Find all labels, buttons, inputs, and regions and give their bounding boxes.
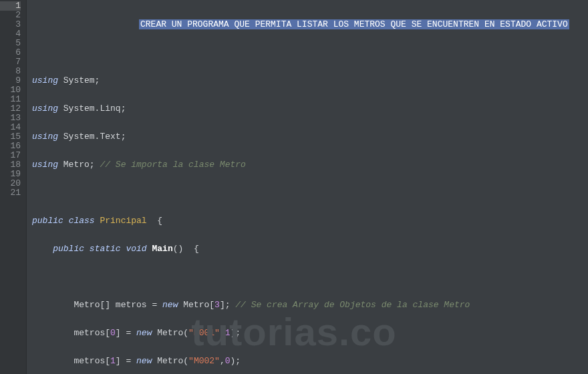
code-line: CREAR UN PROGRAMA QUE PERMITA LISTAR LOS… (32, 20, 588, 29)
code-line: using System.Text; (32, 132, 588, 142)
code-line (32, 272, 588, 282)
code-line (32, 188, 588, 198)
code-line: public static void Main() { (32, 244, 588, 254)
line-number: 1 (0, 1, 21, 11)
line-number: 9 (0, 76, 21, 85)
line-number: 11 (0, 95, 21, 104)
line-number: 16 (0, 142, 21, 151)
line-number: 13 (0, 114, 21, 123)
line-number: 7 (0, 57, 21, 67)
line-number: 4 (0, 29, 21, 39)
code-line: metros[0] = new Metro("M001",1); (32, 329, 588, 338)
line-number: 12 (0, 104, 21, 114)
code-line: using Metro; // Se importa la clase Metr… (32, 160, 588, 170)
selected-text[interactable]: CREAR UN PROGRAMA QUE PERMITA LISTAR LOS… (139, 19, 569, 29)
line-number: 10 (0, 85, 21, 95)
line-number: 6 (0, 48, 21, 57)
line-number: 19 (0, 170, 21, 179)
line-number: 18 (0, 160, 21, 170)
line-number: 21 (0, 188, 21, 198)
line-number: 20 (0, 179, 21, 188)
line-number: 17 (0, 151, 21, 160)
code-line: using System.Linq; (32, 104, 588, 114)
code-line: public class Principal { (32, 216, 588, 226)
line-number: 5 (0, 39, 21, 48)
code-line (32, 48, 588, 57)
code-editor[interactable]: 123456789101112131415161718192021 CREAR … (0, 0, 588, 374)
code-line: using System; (32, 76, 588, 85)
line-number: 2 (0, 11, 21, 20)
line-number: 15 (0, 132, 21, 142)
line-number: 14 (0, 123, 21, 132)
line-number: 3 (0, 20, 21, 29)
line-number-gutter: 123456789101112131415161718192021 (0, 0, 27, 374)
code-area[interactable]: CREAR UN PROGRAMA QUE PERMITA LISTAR LOS… (27, 0, 588, 374)
line-number: 8 (0, 67, 21, 76)
code-line: Metro[] metros = new Metro[3]; // Se cre… (32, 301, 588, 310)
code-line: metros[1] = new Metro("M002",0); (32, 357, 588, 366)
